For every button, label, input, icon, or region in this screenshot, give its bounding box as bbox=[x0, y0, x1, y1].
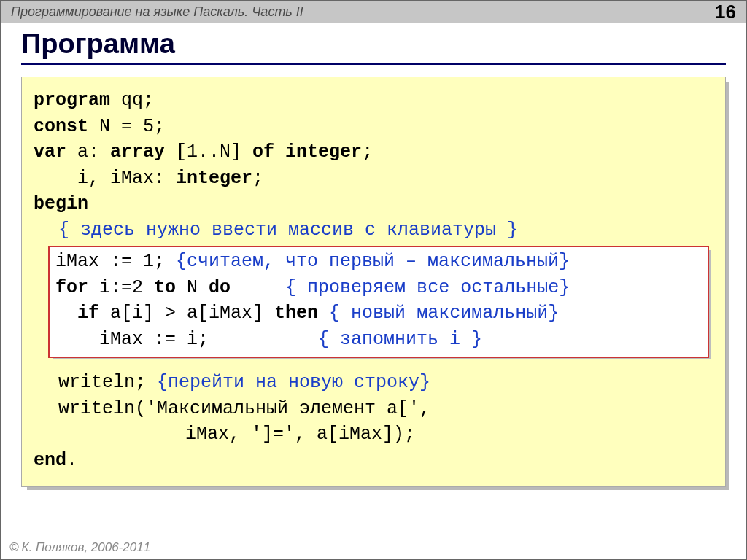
code-line: iMax := 1; {считаем, что первый – максим… bbox=[55, 249, 702, 275]
code-line: const N = 5; bbox=[34, 114, 713, 140]
keyword: if bbox=[77, 303, 99, 324]
code-content: program qq; const N = 5; var a: array [1… bbox=[21, 77, 726, 487]
top-bar: Программирование на языке Паскаль. Часть… bbox=[1, 1, 746, 23]
code-text: ; bbox=[362, 141, 373, 163]
slide-title: Программа bbox=[21, 28, 726, 65]
code-text: iMax := i; bbox=[55, 329, 318, 350]
code-text: i, iMax: bbox=[34, 168, 176, 189]
copyright-icon: © bbox=[9, 540, 19, 555]
keyword: end bbox=[34, 450, 66, 471]
keyword: integer bbox=[176, 168, 252, 189]
code-text bbox=[231, 277, 285, 298]
page-number: 16 bbox=[715, 1, 736, 23]
content-area: Программа program qq; const N = 5; var a… bbox=[1, 23, 746, 487]
code-line: if a[i] > a[iMax] then { новый максималь… bbox=[55, 300, 702, 327]
keyword: integer bbox=[285, 141, 362, 163]
code-text bbox=[55, 303, 77, 324]
keyword: of bbox=[252, 141, 274, 163]
code-text: a[i] > a[iMax] bbox=[99, 303, 274, 324]
keyword: do bbox=[209, 277, 231, 298]
code-text: iMax := 1; bbox=[55, 251, 176, 272]
code-text bbox=[274, 141, 285, 163]
code-line: var a: array [1..N] of integer; bbox=[34, 139, 713, 166]
code-text bbox=[318, 303, 329, 324]
code-text: a: bbox=[66, 141, 110, 163]
code-line: iMax := i; { запомнить i } bbox=[55, 327, 702, 353]
code-text: N bbox=[176, 277, 209, 298]
comment: {перейти на новую строку} bbox=[157, 372, 430, 393]
slide: Программирование на языке Паскаль. Часть… bbox=[0, 0, 747, 560]
keyword: for bbox=[55, 277, 88, 298]
code-line: i, iMax: integer; bbox=[34, 166, 713, 192]
breadcrumb: Программирование на языке Паскаль. Часть… bbox=[11, 4, 303, 20]
highlight-block: iMax := 1; {считаем, что первый – максим… bbox=[48, 246, 709, 358]
keyword: var bbox=[34, 141, 66, 163]
footer-text: К. Поляков, 2006-2011 bbox=[22, 540, 151, 555]
keyword: program bbox=[34, 90, 110, 111]
code-line: program qq; bbox=[34, 88, 713, 114]
code-text: N = 5; bbox=[88, 116, 165, 137]
code-text: [1..N] bbox=[165, 141, 252, 163]
code-line: for i:=2 to N do { проверяем все остальн… bbox=[55, 275, 702, 301]
comment: { запомнить i } bbox=[318, 329, 482, 350]
code-text: writeln; bbox=[58, 372, 157, 393]
keyword: const bbox=[34, 116, 88, 137]
keyword: then bbox=[274, 303, 318, 324]
code-line: writeln('Максимальный элемент a[', bbox=[34, 396, 713, 422]
keyword: begin bbox=[34, 193, 88, 214]
comment: { здесь нужно ввести массив с клавиатуры… bbox=[34, 217, 713, 244]
comment: { новый максимальный} bbox=[329, 303, 559, 324]
keyword: array bbox=[110, 141, 165, 163]
code-block: program qq; const N = 5; var a: array [1… bbox=[21, 77, 726, 487]
code-text: i:=2 bbox=[88, 277, 154, 298]
footer: © К. Поляков, 2006-2011 bbox=[9, 540, 150, 555]
keyword: to bbox=[154, 277, 176, 298]
highlight-content: iMax := 1; {считаем, что первый – максим… bbox=[48, 246, 709, 358]
code-text: ; bbox=[252, 168, 263, 189]
code-line: writeln; {перейти на новую строку} bbox=[34, 370, 713, 396]
comment: {считаем, что первый – максимальный} bbox=[176, 251, 570, 272]
code-line: begin bbox=[34, 191, 713, 217]
code-text: . bbox=[66, 450, 77, 471]
comment: { проверяем все остальные} bbox=[285, 277, 570, 298]
code-line: end. bbox=[34, 448, 713, 474]
code-text: qq; bbox=[110, 90, 154, 111]
code-line: iMax, ']=', a[iMax]); bbox=[34, 421, 713, 448]
